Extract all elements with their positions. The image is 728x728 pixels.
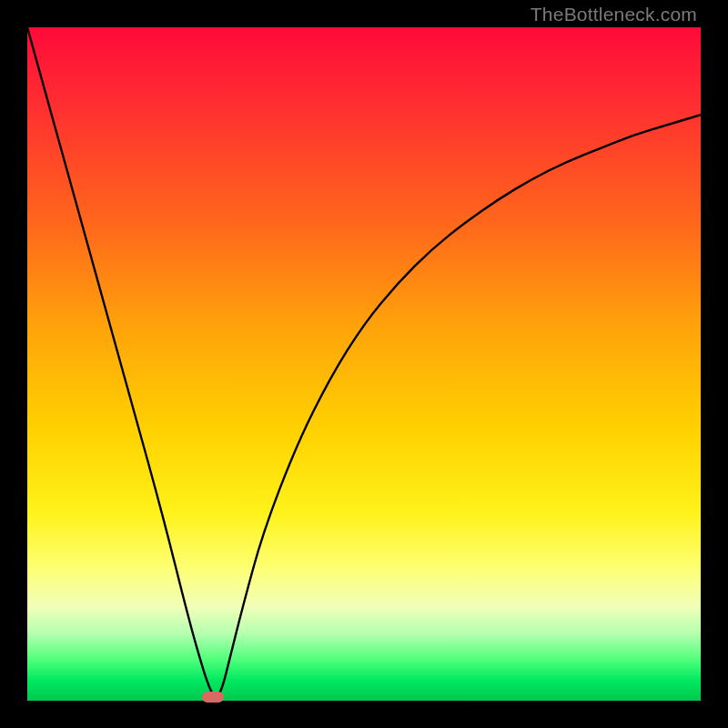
optimum-marker [202, 692, 224, 703]
chart-frame: TheBottleneck.com [0, 0, 728, 728]
bottleneck-curve [27, 27, 701, 701]
plot-area [27, 27, 701, 701]
watermark-text: TheBottleneck.com [531, 4, 697, 25]
